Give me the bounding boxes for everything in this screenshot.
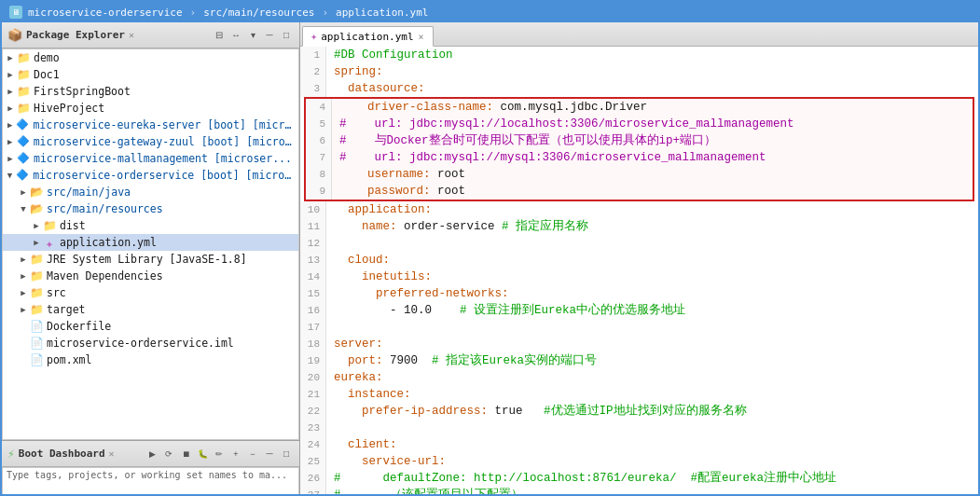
line-content-24: client: [326, 436, 978, 453]
tree-item-eureka[interactable]: ▶🔷microservice-eureka-server [boot] [mic… [3, 117, 298, 133]
code-line-7[interactable]: 7# url: jdbc:mysql://mysql:3306/microser… [306, 149, 973, 166]
line-content-14: inetutils: [326, 269, 978, 285]
boot-minimize[interactable]: ─ [262, 447, 277, 462]
code-line-13[interactable]: 13 cloud: [300, 252, 978, 269]
tree-label-hive: HiveProject [34, 102, 104, 115]
code-line-18[interactable]: 18server: [300, 336, 978, 352]
code-line-23[interactable]: 23 [300, 420, 978, 436]
line-number-5: 5 [306, 116, 332, 132]
tree-item-firstspring[interactable]: ▶📁FirstSpringBoot [3, 83, 298, 100]
tree-arrow-src: ▶ [18, 288, 29, 297]
tree-icon-dist: 📁 [42, 219, 57, 232]
maximize-button[interactable]: □ [279, 28, 294, 43]
code-line-27[interactable]: 27# ...（该配置项目以下配置） [300, 487, 978, 494]
tree-item-srcmainjava[interactable]: ▶📂src/main/java [3, 184, 298, 200]
tree-item-src[interactable]: ▶📁src [3, 284, 298, 301]
boot-dashboard-content: Type tags, projects, or working set name… [2, 467, 299, 495]
tree-label-jre: JRE System Library [JavaSE-1.8] [47, 253, 247, 266]
line-number-25: 25 [300, 453, 326, 470]
code-line-26[interactable]: 26# defaultZone: http://localhost:8761/e… [300, 470, 978, 487]
line-number-11: 11 [300, 218, 326, 235]
tree-item-jre[interactable]: ▶📁JRE System Library [JavaSE-1.8] [3, 251, 298, 268]
minimize-button[interactable]: ─ [262, 28, 277, 43]
tree-item-hive[interactable]: ▶📁HiveProject [3, 100, 298, 117]
boot-dashboard-label: Boot Dashboard [19, 448, 105, 460]
code-line-21[interactable]: 21 instance: [300, 386, 978, 403]
line-number-15: 15 [300, 285, 326, 302]
tree-icon-srcmainjava: 📂 [29, 186, 44, 199]
code-line-14[interactable]: 14 inetutils: [300, 269, 978, 285]
boot-maximize[interactable]: □ [279, 447, 294, 462]
tree-item-pom[interactable]: 📄pom.xml [3, 351, 298, 368]
code-line-9[interactable]: 9 password: root [306, 183, 973, 200]
tree-label-srcmainresources: src/main/resources [47, 202, 163, 215]
line-number-22: 22 [300, 403, 326, 420]
tree-label-target: target [47, 303, 86, 316]
tree-label-dist: dist [60, 219, 86, 232]
boot-dashboard-actions: ▶ ⟳ ⏹ 🐛 ✏ + − ─ □ [145, 447, 294, 462]
tree-icon-doc1: 📁 [16, 68, 31, 81]
line-number-6: 6 [306, 132, 332, 149]
code-line-8[interactable]: 8 username: root [306, 166, 973, 183]
code-line-4[interactable]: 4 driver-class-name: com.mysql.jdbc.Driv… [306, 99, 973, 116]
package-explorer-tree[interactable]: ▶📁demo▶📁Doc1▶📁FirstSpringBoot▶📁HiveProje… [2, 48, 299, 440]
collapse-all-button[interactable]: ⊟ [212, 28, 227, 43]
link-editor-button[interactable]: ↔ [228, 28, 243, 43]
code-line-17[interactable]: 17 [300, 319, 978, 336]
line-content-6: # 与Docker整合时可使用以下配置（也可以使用具体的ip+端口） [332, 132, 973, 149]
code-line-10[interactable]: 10 application: [300, 201, 978, 218]
tree-item-mall[interactable]: ▶🔷microservice-mallmanagement [microser.… [3, 150, 298, 167]
tree-item-iml[interactable]: 📄microservice-orderservice.iml [3, 335, 298, 351]
code-line-11[interactable]: 11 name: order-service # 指定应用名称 [300, 218, 978, 235]
boot-btn-5[interactable]: ✏ [212, 447, 227, 462]
code-line-24[interactable]: 24 client: [300, 436, 978, 453]
tree-icon-demo: 📁 [16, 51, 31, 64]
boot-btn-4[interactable]: 🐛 [195, 447, 210, 462]
code-line-1[interactable]: 1#DB Configuration [300, 47, 978, 63]
editor-tab-applicationyml[interactable]: ✦ application.yml × [302, 26, 434, 47]
tree-item-applicationyml[interactable]: ▶✦application.yml [3, 234, 298, 251]
tree-item-srcmainresources[interactable]: ▼📂src/main/resources [3, 200, 298, 217]
line-content-22: prefer-ip-address: true #优选通过IP地址找到对应的服务… [326, 403, 978, 420]
tree-label-mall: microservice-mallmanagement [microser... [34, 152, 292, 165]
boot-btn-1[interactable]: ▶ [145, 447, 159, 462]
tab-close-button[interactable]: × [418, 32, 425, 42]
code-line-25[interactable]: 25 service-url: [300, 453, 978, 470]
tree-label-dockerfile: Dockerfile [47, 320, 111, 333]
line-number-17: 17 [300, 319, 326, 336]
code-line-6[interactable]: 6# 与Docker整合时可使用以下配置（也可以使用具体的ip+端口） [306, 132, 973, 149]
line-number-1: 1 [300, 47, 326, 63]
tree-item-dist[interactable]: ▶📁dist [3, 217, 298, 234]
tree-arrow-hive: ▶ [5, 103, 16, 113]
line-number-20: 20 [300, 369, 326, 386]
tree-item-gateway[interactable]: ▶🔷microservice-gateway-zuul [boot] [micr… [3, 133, 298, 150]
code-line-16[interactable]: 16 - 10.0 # 设置注册到Eureka中心的优选服务地址 [300, 302, 978, 319]
tree-item-demo[interactable]: ▶📁demo [3, 49, 298, 66]
tree-icon-pom: 📄 [29, 353, 44, 366]
tree-item-target[interactable]: ▶📁target [3, 301, 298, 318]
code-line-15[interactable]: 15 preferred-networks: [300, 285, 978, 302]
code-line-12[interactable]: 12 [300, 235, 978, 252]
view-menu-button[interactable]: ▾ [245, 28, 260, 43]
line-number-26: 26 [300, 470, 326, 487]
line-content-1: #DB Configuration [326, 47, 978, 63]
boot-btn-7[interactable]: − [245, 447, 260, 462]
code-line-3[interactable]: 3 datasource: [300, 80, 978, 97]
tree-item-dockerfile[interactable]: 📄Dockerfile [3, 318, 298, 335]
boot-btn-2[interactable]: ⟳ [161, 447, 176, 462]
code-line-19[interactable]: 19 port: 7900 # 指定该Eureka实例的端口号 [300, 352, 978, 369]
code-editor[interactable]: 1#DB Configuration2spring:3 datasource:4… [300, 47, 978, 494]
breadcrumb-folder: src/main/resources [203, 7, 314, 19]
boot-btn-3[interactable]: ⏹ [178, 447, 193, 462]
tree-item-doc1[interactable]: ▶📁Doc1 [3, 66, 298, 83]
boot-icon: ⚡ [7, 447, 15, 461]
tree-item-orderservice[interactable]: ▼🔷microservice-orderservice [boot] [micr… [3, 167, 298, 184]
code-line-5[interactable]: 5# url: jdbc:mysql://localhost:3306/micr… [306, 116, 973, 132]
code-line-2[interactable]: 2spring: [300, 63, 978, 80]
tree-label-iml: microservice-orderservice.iml [47, 337, 234, 350]
tree-label-doc1: Doc1 [34, 68, 60, 81]
boot-btn-6[interactable]: + [228, 447, 243, 462]
code-line-22[interactable]: 22 prefer-ip-address: true #优选通过IP地址找到对应… [300, 403, 978, 420]
code-line-20[interactable]: 20eureka: [300, 369, 978, 386]
tree-item-maven[interactable]: ▶📁Maven Dependencies [3, 268, 298, 284]
